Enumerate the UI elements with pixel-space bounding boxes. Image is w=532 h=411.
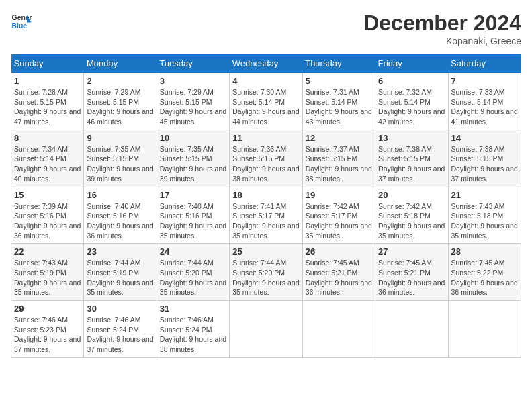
day-number: 25 [232,246,299,257]
calendar-cell: 25Sunrise: 7:44 AMSunset: 5:20 PMDayligh… [230,244,302,301]
day-info: Sunrise: 7:46 AMSunset: 5:23 PMDaylight:… [14,315,81,355]
calendar-cell: 3Sunrise: 7:29 AMSunset: 5:15 PMDaylight… [157,73,229,130]
weekday-header-wednesday: Wednesday [230,54,302,73]
day-number: 5 [306,76,372,86]
calendar-week-4: 22Sunrise: 7:43 AMSunset: 5:19 PMDayligh… [11,244,521,301]
day-info: Sunrise: 7:32 AMSunset: 5:14 PMDaylight:… [378,87,445,127]
day-number: 26 [306,246,372,257]
day-info: Sunrise: 7:41 AMSunset: 5:17 PMDaylight:… [232,201,299,241]
calendar-cell [448,301,521,358]
weekday-header-sunday: Sunday [11,54,84,73]
day-info: Sunrise: 7:43 AMSunset: 5:18 PMDaylight:… [451,201,518,241]
calendar-cell: 8Sunrise: 7:34 AMSunset: 5:14 PMDaylight… [11,130,84,187]
calendar-cell [302,301,375,358]
calendar-cell: 7Sunrise: 7:33 AMSunset: 5:14 PMDaylight… [448,73,521,130]
calendar-cell: 13Sunrise: 7:38 AMSunset: 5:15 PMDayligh… [375,130,448,187]
day-number: 23 [87,246,153,257]
day-number: 16 [87,190,153,200]
day-info: Sunrise: 7:30 AMSunset: 5:14 PMDaylight:… [232,87,299,127]
calendar-cell: 26Sunrise: 7:45 AMSunset: 5:21 PMDayligh… [302,244,375,301]
calendar-cell: 23Sunrise: 7:44 AMSunset: 5:19 PMDayligh… [84,244,157,301]
day-info: Sunrise: 7:44 AMSunset: 5:20 PMDaylight:… [232,258,299,298]
day-info: Sunrise: 7:29 AMSunset: 5:15 PMDaylight:… [87,87,153,127]
calendar-cell: 20Sunrise: 7:42 AMSunset: 5:18 PMDayligh… [375,187,448,244]
day-number: 6 [378,76,445,86]
day-number: 10 [160,133,226,143]
day-number: 4 [232,76,299,86]
day-info: Sunrise: 7:35 AMSunset: 5:15 PMDaylight:… [87,144,153,184]
month-year: December 2024 [363,11,521,36]
day-number: 1 [14,76,81,86]
day-number: 24 [160,246,226,257]
calendar-cell: 1Sunrise: 7:28 AMSunset: 5:15 PMDaylight… [11,73,84,130]
day-info: Sunrise: 7:37 AMSunset: 5:15 PMDaylight:… [306,144,372,184]
day-number: 27 [378,246,445,257]
calendar-cell: 27Sunrise: 7:45 AMSunset: 5:21 PMDayligh… [375,244,448,301]
day-number: 30 [87,304,153,314]
day-info: Sunrise: 7:43 AMSunset: 5:19 PMDaylight:… [14,258,81,298]
calendar-week-2: 8Sunrise: 7:34 AMSunset: 5:14 PMDaylight… [11,130,521,187]
calendar-cell: 14Sunrise: 7:38 AMSunset: 5:15 PMDayligh… [448,130,521,187]
day-info: Sunrise: 7:45 AMSunset: 5:21 PMDaylight:… [306,258,372,298]
calendar-cell: 31Sunrise: 7:46 AMSunset: 5:24 PMDayligh… [157,301,229,358]
calendar-cell: 2Sunrise: 7:29 AMSunset: 5:15 PMDaylight… [84,73,157,130]
svg-text:Blue: Blue [12,22,28,30]
calendar-week-3: 15Sunrise: 7:39 AMSunset: 5:16 PMDayligh… [11,187,521,244]
day-info: Sunrise: 7:40 AMSunset: 5:16 PMDaylight:… [87,201,153,241]
location: Kopanaki, Greece [363,36,521,46]
weekday-header-monday: Monday [84,54,157,73]
logo-icon: General Blue [11,11,32,32]
day-info: Sunrise: 7:38 AMSunset: 5:15 PMDaylight:… [378,144,445,184]
calendar-cell: 10Sunrise: 7:35 AMSunset: 5:15 PMDayligh… [157,130,229,187]
day-info: Sunrise: 7:42 AMSunset: 5:18 PMDaylight:… [378,201,445,241]
day-info: Sunrise: 7:45 AMSunset: 5:22 PMDaylight:… [451,258,518,298]
calendar-cell: 29Sunrise: 7:46 AMSunset: 5:23 PMDayligh… [11,301,84,358]
title-section: December 2024 Kopanaki, Greece [363,11,521,46]
calendar-cell: 4Sunrise: 7:30 AMSunset: 5:14 PMDaylight… [230,73,302,130]
logo: General Blue [11,11,32,32]
calendar-cell: 22Sunrise: 7:43 AMSunset: 5:19 PMDayligh… [11,244,84,301]
day-info: Sunrise: 7:34 AMSunset: 5:14 PMDaylight:… [14,144,81,184]
day-number: 29 [14,304,81,314]
calendar-cell: 16Sunrise: 7:40 AMSunset: 5:16 PMDayligh… [84,187,157,244]
day-info: Sunrise: 7:46 AMSunset: 5:24 PMDaylight:… [87,315,153,355]
day-info: Sunrise: 7:42 AMSunset: 5:17 PMDaylight:… [306,201,372,241]
weekday-header-thursday: Thursday [302,54,375,73]
day-number: 21 [451,190,518,200]
day-info: Sunrise: 7:33 AMSunset: 5:14 PMDaylight:… [451,87,518,127]
day-number: 7 [451,76,518,86]
day-number: 3 [160,76,226,86]
day-number: 22 [14,246,81,257]
day-info: Sunrise: 7:36 AMSunset: 5:15 PMDaylight:… [232,144,299,184]
day-number: 20 [378,190,445,200]
day-number: 2 [87,76,153,86]
day-number: 13 [378,133,445,143]
page-header: General Blue December 2024 Kopanaki, Gre… [11,11,521,46]
day-number: 9 [87,133,153,143]
calendar-cell: 6Sunrise: 7:32 AMSunset: 5:14 PMDaylight… [375,73,448,130]
day-number: 8 [14,133,81,143]
day-info: Sunrise: 7:31 AMSunset: 5:14 PMDaylight:… [306,87,372,127]
day-info: Sunrise: 7:45 AMSunset: 5:21 PMDaylight:… [378,258,445,298]
calendar-cell: 5Sunrise: 7:31 AMSunset: 5:14 PMDaylight… [302,73,375,130]
weekday-header-row: SundayMondayTuesdayWednesdayThursdayFrid… [11,54,521,73]
calendar-week-5: 29Sunrise: 7:46 AMSunset: 5:23 PMDayligh… [11,301,521,358]
day-info: Sunrise: 7:44 AMSunset: 5:19 PMDaylight:… [87,258,153,298]
weekday-header-saturday: Saturday [448,54,521,73]
day-info: Sunrise: 7:29 AMSunset: 5:15 PMDaylight:… [160,87,226,127]
day-number: 11 [232,133,299,143]
day-number: 31 [160,304,226,314]
calendar-cell: 17Sunrise: 7:40 AMSunset: 5:16 PMDayligh… [157,187,229,244]
calendar-cell: 11Sunrise: 7:36 AMSunset: 5:15 PMDayligh… [230,130,302,187]
day-number: 17 [160,190,226,200]
day-number: 28 [451,246,518,257]
weekday-header-tuesday: Tuesday [157,54,229,73]
calendar-cell [230,301,302,358]
calendar-cell: 19Sunrise: 7:42 AMSunset: 5:17 PMDayligh… [302,187,375,244]
day-number: 18 [232,190,299,200]
day-number: 19 [306,190,372,200]
weekday-header-friday: Friday [375,54,448,73]
calendar-cell: 24Sunrise: 7:44 AMSunset: 5:20 PMDayligh… [157,244,229,301]
calendar-cell: 12Sunrise: 7:37 AMSunset: 5:15 PMDayligh… [302,130,375,187]
day-number: 15 [14,190,81,200]
